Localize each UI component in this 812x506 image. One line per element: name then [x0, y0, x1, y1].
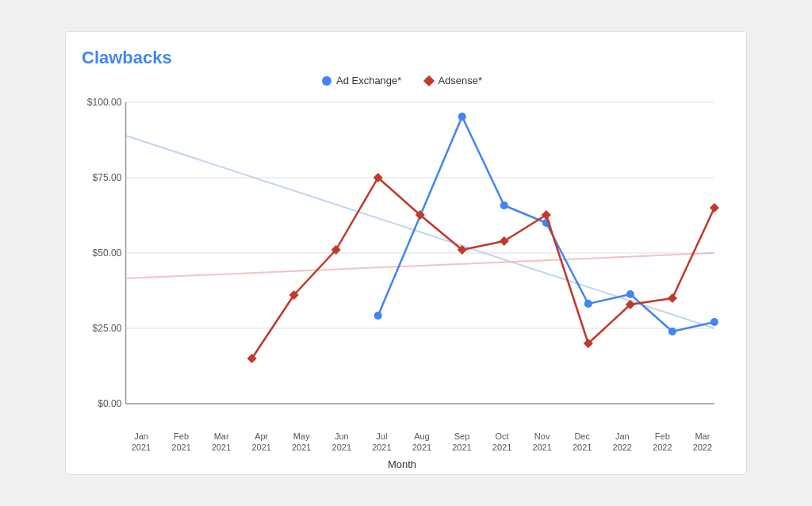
x-axis-label: Mar2022 [683, 431, 722, 454]
x-axis-label: Jun2021 [322, 431, 362, 454]
x-axis-label: Jan2021 [121, 431, 161, 454]
chart-container: Clawbacks Ad Exchange* Adsense* [65, 31, 747, 475]
legend-adsense: Adsense* [425, 75, 482, 86]
x-axis-label: Feb2021 [162, 431, 201, 454]
svg-text:$75.00: $75.00 [92, 172, 121, 183]
svg-line-12 [126, 136, 714, 328]
legend-dot-blue [322, 76, 331, 86]
svg-text:$25.00: $25.00 [92, 323, 121, 334]
svg-text:$50.00: $50.00 [92, 247, 121, 259]
svg-marker-29 [542, 210, 551, 220]
svg-marker-28 [500, 236, 509, 246]
svg-point-19 [626, 290, 634, 298]
svg-point-16 [500, 201, 508, 209]
chart-legend: Ad Exchange* Adsense* [82, 75, 722, 86]
svg-marker-33 [710, 203, 719, 213]
x-axis-label: Mar2021 [201, 431, 241, 454]
svg-point-21 [710, 318, 718, 326]
x-axis-label: Nov2021 [523, 431, 562, 454]
x-axis-title: Month [82, 458, 722, 470]
x-axis-label: Dec2021 [562, 431, 602, 454]
x-axis-label: May2021 [282, 431, 321, 454]
chart-svg: $0.00 $25.00 $50.00 $75.00 $100.00 [82, 94, 722, 427]
svg-line-13 [126, 253, 714, 278]
x-axis-label: Jan2022 [603, 431, 642, 454]
x-axis-label: Apr2021 [242, 431, 282, 454]
chart-area: $0.00 $25.00 $50.00 $75.00 $100.00 [82, 94, 722, 427]
legend-ad-exchange-label: Ad Exchange* [336, 75, 401, 86]
x-axis-label: Jul2021 [362, 431, 401, 454]
chart-title: Clawbacks [82, 48, 722, 68]
legend-adsense-label: Adsense* [438, 75, 482, 86]
x-axis-label: Feb2022 [642, 431, 682, 454]
x-axis-labels: Jan2021Feb2021Mar2021Apr2021May2021Jun20… [82, 427, 722, 454]
legend-diamond-red [423, 75, 435, 86]
x-axis-label: Oct2021 [482, 431, 522, 454]
svg-marker-32 [668, 293, 677, 303]
svg-point-14 [374, 312, 382, 320]
svg-point-18 [584, 300, 592, 308]
svg-point-15 [458, 113, 466, 121]
x-axis-label: Aug2021 [402, 431, 442, 454]
legend-ad-exchange: Ad Exchange* [322, 75, 401, 86]
svg-text:$100.00: $100.00 [87, 97, 122, 108]
svg-point-20 [668, 328, 676, 335]
svg-text:$0.00: $0.00 [98, 398, 122, 409]
x-axis-label: Sep2021 [442, 431, 482, 454]
